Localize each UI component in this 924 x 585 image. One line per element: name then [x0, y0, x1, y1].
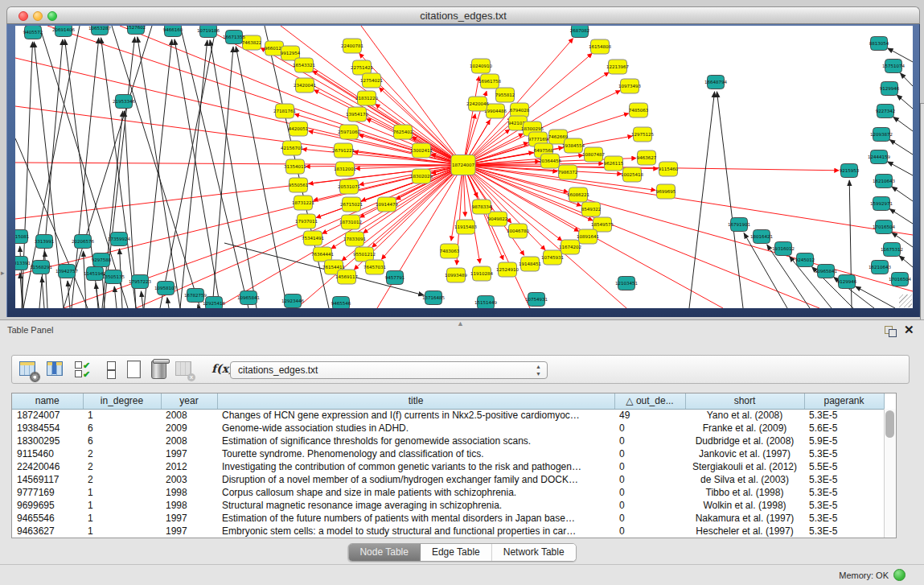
graph-node-label: 12975125 [631, 132, 654, 137]
graph-node-label: 18016421 [750, 234, 773, 239]
graph-node-label: 9245012 [795, 257, 815, 262]
gear-icon [31, 373, 39, 381]
graph-node-label: 19904486 [484, 109, 507, 113]
table-row[interactable]: 1938455462009Genome-wide association stu… [12, 422, 884, 435]
graph-node-label: 13505135 [102, 274, 125, 279]
graph-node-label: 10965841 [815, 269, 837, 274]
graph-node-label: 16543321 [293, 63, 315, 68]
table-row[interactable]: 977716911998Corpus callosum shape and si… [12, 486, 884, 499]
graph-node-label: 15992971 [870, 201, 893, 206]
table-cell: Hescheler et al. (1997) [685, 525, 804, 538]
window-titlebar[interactable]: citations_edges.txt [6, 6, 920, 24]
graph-node-label: 95501212 [353, 252, 376, 257]
graph-node-label: 19313391 [15, 261, 31, 266]
tab-node-table[interactable]: Node Table [348, 544, 421, 561]
memory-status-label: Memory: OK [839, 571, 889, 580]
table-cell: 2003 [161, 473, 217, 486]
table-row[interactable]: 2242004622012Investigating the contribut… [12, 460, 884, 473]
table-settings-button[interactable] [18, 360, 38, 379]
graph-node-label: 7955812 [495, 93, 515, 97]
graph-node-label: 18724007 [452, 163, 474, 167]
column-header-out_de[interactable]: △ out_de... [614, 393, 685, 409]
collapse-arrow-icon[interactable]: ▸ [1, 269, 5, 277]
show-column-button[interactable] [46, 360, 65, 379]
graph-node-label: 10025418 [621, 172, 643, 177]
tab-edge-table[interactable]: Edge Table [421, 544, 492, 561]
table-select-dropdown[interactable]: citations_edges.txt ▲▼ [230, 361, 548, 379]
trash-icon [151, 360, 166, 379]
select-rows-button[interactable]: ✔✔ [75, 360, 94, 379]
memory-status-icon[interactable] [893, 569, 906, 581]
column-highlight-icon [52, 362, 56, 374]
table-cell: 19384554 [12, 422, 83, 435]
graph-node-label: 17957223 [129, 279, 151, 284]
table-cell: 0 [614, 499, 685, 512]
network-window: citations_edges.txt 18724007746382296601… [6, 6, 920, 317]
data-table: namein_degreeyeartitle△ out_de...shortpa… [12, 393, 885, 538]
graph-node-label: 76154411 [322, 265, 345, 270]
graph-node-label: 13002411 [410, 148, 433, 153]
close-panel-icon[interactable]: ✕ [904, 323, 914, 337]
graph-node-label: 9129946 [837, 279, 857, 284]
graph-node-label: 12444159 [868, 154, 890, 159]
graph-node-label: 21953346 [113, 99, 135, 104]
table-row[interactable]: 911546021997Tourette syndrome. Phenomeno… [12, 447, 884, 460]
column-header-pagerank[interactable]: pagerank [804, 393, 884, 409]
table-cell: Stergiakouli et al. (2012) [685, 460, 804, 473]
graph-node-label: 76457031 [363, 265, 386, 270]
table-cell: 1997 [161, 525, 217, 538]
background-panel-edge [920, 103, 924, 320]
network-canvas[interactable]: 1872400774638229660128991295416543321234… [15, 26, 913, 308]
graph-node-label: 18731221 [292, 200, 314, 205]
table-row[interactable]: 1456911722003Disruption of a novel membe… [12, 473, 884, 486]
table-cell: 5.3E-5 [804, 512, 884, 525]
graph-node-label: 11915483 [454, 225, 477, 229]
column-header-title[interactable]: title [217, 393, 614, 409]
graph-node-label: 10719186 [197, 28, 220, 33]
graph-node-label: 12213967 [606, 64, 629, 69]
table-row[interactable]: 946362711997Embryonic stem cells: a mode… [12, 525, 884, 538]
table-cell: 1998 [161, 486, 217, 499]
graph-node-label: 1527602 [126, 26, 146, 30]
table-row[interactable]: 946554611997Estimation of the future num… [12, 512, 884, 525]
table-cell: 6 [83, 422, 161, 435]
table-cell: 2008 [161, 435, 217, 447]
graph-node-label: 9626115 [604, 161, 624, 166]
graph-node-label: 10891641 [577, 234, 599, 239]
table-cell: 2 [83, 473, 161, 486]
delete-table-button[interactable] [149, 360, 168, 379]
column-header-year[interactable]: year [161, 393, 217, 409]
graph-node-label: 10046780 [507, 229, 529, 233]
scrollbar-thumb[interactable] [885, 410, 894, 438]
graph-node-label: 10973493 [618, 84, 641, 89]
row-boxes-button[interactable] [102, 360, 121, 379]
checklist-icon: ✔✔ [75, 361, 90, 379]
graph-node-label: 18312001 [334, 167, 356, 171]
column-header-in_degree[interactable]: in_degree [83, 393, 161, 409]
graph-node-label: 7483063 [440, 249, 460, 253]
new-table-button[interactable] [125, 360, 144, 379]
vertical-scrollbar[interactable] [884, 409, 896, 538]
checkbox-icon [107, 370, 116, 379]
column-header-short[interactable]: short [685, 393, 804, 409]
graph-node-label: 12923446 [281, 299, 304, 303]
graph-node-label: 9550561 [289, 183, 309, 187]
resize-grip[interactable] [899, 295, 912, 307]
graph-node-label: 25971060 [338, 130, 360, 134]
graph-node-label: 11674202 [559, 245, 581, 249]
table-cell: 5.3E-5 [804, 486, 884, 499]
table-row[interactable]: 1872400712008Changes of HCN gene express… [12, 409, 884, 422]
table-row[interactable]: 969969511998Structural magnetic resonanc… [12, 499, 884, 512]
window-title: citations_edges.txt [7, 10, 919, 22]
tab-network-table[interactable]: Network Table [492, 544, 576, 561]
graph-node-label: 15751074 [882, 64, 905, 68]
graph-node-label: 12093872 [870, 132, 893, 137]
splitter-handle-icon[interactable]: ▲ [457, 319, 464, 328]
float-panel-icon[interactable] [885, 326, 897, 337]
table-row[interactable]: 1830029562008Estimation of significance … [12, 435, 884, 447]
graph-node-label: 12103451 [615, 281, 638, 286]
column-header-name[interactable]: name [12, 393, 83, 409]
table-cell: 1 [83, 499, 161, 512]
table-cell: Disruption of a novel member of a sodium… [217, 473, 614, 486]
graph-node-label: 7625402 [393, 130, 413, 134]
